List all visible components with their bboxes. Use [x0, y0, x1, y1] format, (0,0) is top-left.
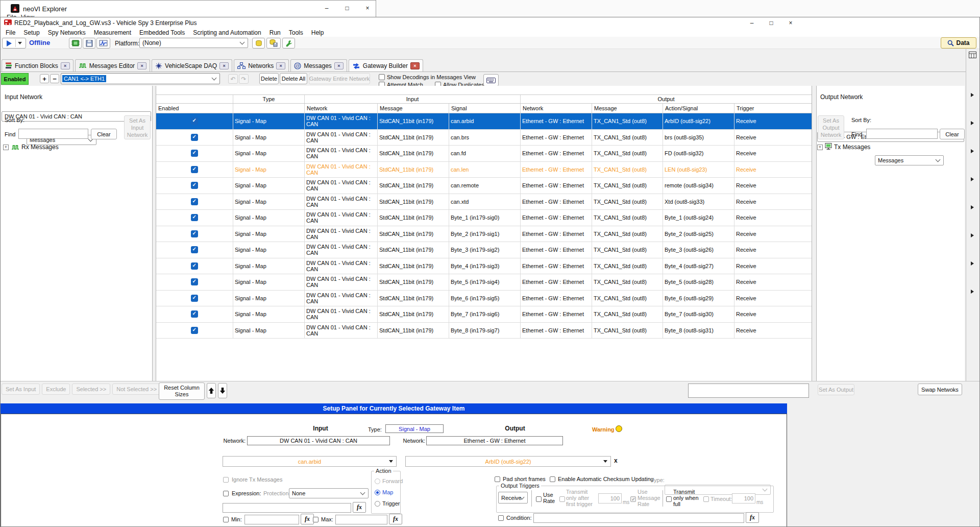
output-find-field[interactable]: [866, 129, 938, 139]
protection-select[interactable]: None: [289, 488, 369, 498]
transmit-after-checkbox[interactable]: [559, 496, 565, 502]
expression-checkbox[interactable]: [223, 491, 229, 496]
table-row[interactable]: Signal - Map DW CAN 01 - Vivid CAN : CAN…: [156, 242, 812, 258]
neovi-maximize-button[interactable]: □: [341, 3, 353, 13]
database-save-button[interactable]: [266, 38, 281, 49]
min-fx-button[interactable]: fx: [301, 514, 314, 524]
timeout-checkbox[interactable]: [703, 496, 709, 502]
use-rate-checkbox[interactable]: [536, 496, 542, 502]
row-enabled-cell[interactable]: [156, 242, 233, 258]
menu-item[interactable]: Setup: [19, 28, 43, 37]
panel-expander-icon[interactable]: [971, 177, 974, 181]
bulk-action-button[interactable]: Set As Input: [2, 384, 40, 395]
tx-messages-expander[interactable]: +: [817, 145, 823, 150]
rx-messages-label[interactable]: Rx Messages: [21, 143, 59, 151]
row-enabled-cell[interactable]: [156, 258, 233, 274]
tab-messages-editor[interactable]: Messages Editor ×: [75, 59, 150, 71]
ignore-tx-checkbox[interactable]: [223, 477, 229, 483]
close-tab-icon[interactable]: ×: [137, 62, 146, 69]
tools-button[interactable]: [282, 38, 295, 49]
keyboard-mapping-button[interactable]: [483, 74, 499, 86]
menu-item[interactable]: File: [2, 28, 19, 37]
condition-field[interactable]: [533, 513, 744, 523]
tab-messages[interactable]: @ Messages ×: [290, 59, 347, 71]
row-enabled-cell[interactable]: [156, 306, 233, 322]
tab-vehiclescape-daq[interactable]: VehicleScape DAQ ×: [152, 59, 232, 71]
gateway-entire-network-button[interactable]: Gateway Entire Network: [309, 73, 370, 84]
pad-short-frames-checkbox[interactable]: [495, 476, 500, 482]
table-row[interactable]: Signal - Map DW CAN 01 - Vivid CAN : CAN…: [156, 226, 812, 243]
table-row[interactable]: Signal - Map DW CAN 01 - Vivid CAN : CAN…: [156, 194, 812, 210]
move-row-up-button[interactable]: [207, 383, 216, 398]
add-gateway-button[interactable]: +: [40, 74, 49, 83]
run-dropdown-icon[interactable]: [18, 42, 22, 44]
close-tab-icon[interactable]: ×: [219, 62, 229, 69]
gateway-enabled-toggle[interactable]: Enabled: [1, 73, 29, 85]
close-tab-icon[interactable]: ×: [334, 62, 344, 69]
neovi-minimize-button[interactable]: –: [321, 3, 333, 13]
remove-gateway-button[interactable]: −: [50, 74, 59, 83]
close-tab-icon[interactable]: ×: [61, 62, 70, 69]
minimize-button[interactable]: –: [745, 18, 759, 27]
set-as-input-network-button[interactable]: Set As Input Network: [124, 115, 151, 139]
row-enabled-cell[interactable]: [156, 194, 233, 210]
timeout-field[interactable]: [732, 493, 755, 504]
panel-expander-icon[interactable]: [971, 261, 974, 266]
menu-item[interactable]: Run: [265, 28, 285, 37]
window-list-icon[interactable]: [969, 52, 976, 58]
save-button[interactable]: [83, 38, 95, 49]
hardware-setup-button[interactable]: [69, 38, 82, 49]
row-enabled-cell[interactable]: [156, 226, 233, 242]
action-map-radio[interactable]: [375, 490, 380, 495]
restore-button[interactable]: □: [764, 18, 778, 27]
trigger-mode-select[interactable]: Receive: [498, 492, 528, 504]
rx-messages-expander[interactable]: +: [3, 145, 9, 150]
menu-item[interactable]: Measurement: [90, 28, 135, 37]
neovi-close-button[interactable]: ×: [361, 3, 374, 13]
input-find-clear-button[interactable]: Clear: [91, 129, 117, 139]
min-field[interactable]: [244, 515, 299, 524]
close-tab-icon[interactable]: ×: [410, 62, 420, 69]
checksum-checkbox[interactable]: [550, 476, 555, 482]
input-signal-select[interactable]: can.arbid: [223, 456, 397, 467]
left-splitter[interactable]: [152, 86, 156, 403]
row-enabled-cell[interactable]: [156, 146, 233, 161]
menu-item[interactable]: Spy Networks: [44, 28, 90, 37]
table-row[interactable]: Signal - Map DW CAN 01 - Vivid CAN : CAN…: [156, 306, 812, 323]
max-field[interactable]: [335, 515, 387, 524]
menu-item[interactable]: Tools: [285, 28, 307, 37]
table-row[interactable]: Signal - Map DW CAN 01 - Vivid CAN : CAN…: [156, 291, 812, 307]
reset-column-sizes-button[interactable]: Reset Column Sizes: [159, 382, 205, 400]
input-find-field[interactable]: [18, 129, 88, 139]
output-sortby-select[interactable]: Messages: [875, 155, 944, 165]
row-enabled-cell[interactable]: [156, 113, 233, 129]
close-button[interactable]: ×: [783, 18, 798, 27]
condition-checkbox[interactable]: [498, 515, 504, 521]
run-button[interactable]: [2, 38, 26, 49]
close-tab-icon[interactable]: ×: [276, 62, 285, 69]
menu-item[interactable]: Scripting and Automation: [189, 28, 265, 37]
output-find-clear-button[interactable]: Clear: [940, 129, 965, 139]
action-trigger-radio[interactable]: [375, 501, 380, 507]
panel-expander-icon[interactable]: [971, 233, 974, 237]
platform-select[interactable]: (None): [139, 38, 248, 48]
panel-expander-icon[interactable]: [971, 290, 974, 294]
swap-networks-button[interactable]: Swap Netwoks: [918, 384, 962, 395]
delete-all-button[interactable]: Delete All: [280, 73, 307, 84]
move-row-down-button[interactable]: [218, 383, 227, 398]
row-enabled-cell[interactable]: [156, 130, 233, 146]
min-checkbox[interactable]: [223, 517, 229, 522]
undo-button[interactable]: ↶: [228, 74, 238, 84]
measurement-setup-button[interactable]: [96, 38, 110, 49]
table-row[interactable]: Signal - Map DW CAN 01 - Vivid CAN : CAN…: [156, 258, 812, 275]
panel-expander-icon[interactable]: [971, 149, 974, 153]
table-row[interactable]: Signal - Map DW CAN 01 - Vivid CAN : CAN…: [156, 178, 812, 194]
table-row[interactable]: Signal - Map DW CAN 01 - Vivid CAN : CAN…: [156, 323, 812, 339]
table-row[interactable]: Signal - Map DW CAN 01 - Vivid CAN : CAN…: [156, 210, 812, 226]
panel-expander-icon[interactable]: [971, 205, 974, 209]
menu-item[interactable]: Embedded Tools: [135, 28, 189, 37]
database-button[interactable]: [252, 38, 265, 49]
bulk-action-button[interactable]: Exclude: [42, 384, 70, 395]
menu-item[interactable]: Help: [307, 28, 328, 37]
tab-gateway-builder[interactable]: Gateway Builder ×: [349, 59, 423, 71]
